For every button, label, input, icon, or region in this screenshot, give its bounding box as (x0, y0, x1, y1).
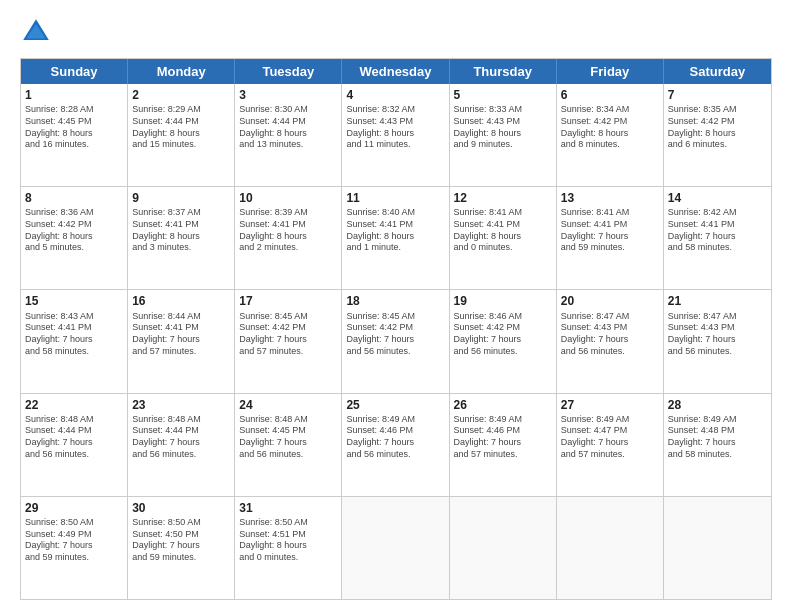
cell-line: Sunrise: 8:37 AM (132, 207, 230, 219)
calendar-row-5: 29Sunrise: 8:50 AMSunset: 4:49 PMDayligh… (21, 496, 771, 599)
cell-line: Daylight: 7 hours (561, 334, 659, 346)
day-number: 11 (346, 190, 444, 206)
calendar-row-1: 1Sunrise: 8:28 AMSunset: 4:45 PMDaylight… (21, 84, 771, 186)
cell-line: Daylight: 7 hours (132, 334, 230, 346)
cell-line: Sunset: 4:41 PM (239, 219, 337, 231)
calendar-cell: 7Sunrise: 8:35 AMSunset: 4:42 PMDaylight… (664, 84, 771, 186)
calendar-cell: 6Sunrise: 8:34 AMSunset: 4:42 PMDaylight… (557, 84, 664, 186)
cell-line: and 57 minutes. (239, 346, 337, 358)
cell-line: Sunset: 4:41 PM (132, 322, 230, 334)
calendar-row-3: 15Sunrise: 8:43 AMSunset: 4:41 PMDayligh… (21, 289, 771, 392)
cell-line: and 57 minutes. (454, 449, 552, 461)
calendar-row-4: 22Sunrise: 8:48 AMSunset: 4:44 PMDayligh… (21, 393, 771, 496)
day-number: 10 (239, 190, 337, 206)
cell-line: and 8 minutes. (561, 139, 659, 151)
cell-line: Sunset: 4:44 PM (132, 425, 230, 437)
logo-icon (20, 16, 52, 48)
day-number: 21 (668, 293, 767, 309)
cell-line: and 13 minutes. (239, 139, 337, 151)
calendar-cell: 18Sunrise: 8:45 AMSunset: 4:42 PMDayligh… (342, 290, 449, 392)
cell-line: Sunrise: 8:39 AM (239, 207, 337, 219)
cell-line: Daylight: 8 hours (239, 128, 337, 140)
day-number: 30 (132, 500, 230, 516)
calendar-row-2: 8Sunrise: 8:36 AMSunset: 4:42 PMDaylight… (21, 186, 771, 289)
cell-line: Sunset: 4:42 PM (561, 116, 659, 128)
cell-line: and 3 minutes. (132, 242, 230, 254)
cell-line: Sunrise: 8:44 AM (132, 311, 230, 323)
day-number: 1 (25, 87, 123, 103)
day-number: 3 (239, 87, 337, 103)
day-number: 27 (561, 397, 659, 413)
cell-line: and 56 minutes. (561, 346, 659, 358)
calendar-header-monday: Monday (128, 59, 235, 84)
cell-line: Sunset: 4:47 PM (561, 425, 659, 437)
day-number: 16 (132, 293, 230, 309)
cell-line: Sunrise: 8:49 AM (561, 414, 659, 426)
calendar-cell: 9Sunrise: 8:37 AMSunset: 4:41 PMDaylight… (128, 187, 235, 289)
cell-line: and 58 minutes. (668, 449, 767, 461)
day-number: 24 (239, 397, 337, 413)
calendar-cell: 19Sunrise: 8:46 AMSunset: 4:42 PMDayligh… (450, 290, 557, 392)
day-number: 25 (346, 397, 444, 413)
cell-line: Daylight: 7 hours (668, 334, 767, 346)
cell-line: Daylight: 7 hours (561, 437, 659, 449)
calendar-cell: 31Sunrise: 8:50 AMSunset: 4:51 PMDayligh… (235, 497, 342, 599)
cell-line: Sunrise: 8:41 AM (454, 207, 552, 219)
calendar-header-wednesday: Wednesday (342, 59, 449, 84)
cell-line: Daylight: 8 hours (132, 231, 230, 243)
calendar-cell: 25Sunrise: 8:49 AMSunset: 4:46 PMDayligh… (342, 394, 449, 496)
cell-line: Sunset: 4:41 PM (25, 322, 123, 334)
cell-line: Sunrise: 8:40 AM (346, 207, 444, 219)
cell-line: Daylight: 8 hours (239, 231, 337, 243)
cell-line: Daylight: 7 hours (239, 334, 337, 346)
cell-line: Sunset: 4:41 PM (454, 219, 552, 231)
day-number: 12 (454, 190, 552, 206)
header (20, 16, 772, 48)
cell-line: Daylight: 8 hours (25, 128, 123, 140)
calendar-header-saturday: Saturday (664, 59, 771, 84)
day-number: 29 (25, 500, 123, 516)
cell-line: and 59 minutes. (25, 552, 123, 564)
day-number: 8 (25, 190, 123, 206)
cell-line: Daylight: 7 hours (25, 540, 123, 552)
cell-line: Sunrise: 8:36 AM (25, 207, 123, 219)
day-number: 19 (454, 293, 552, 309)
day-number: 6 (561, 87, 659, 103)
calendar-cell: 21Sunrise: 8:47 AMSunset: 4:43 PMDayligh… (664, 290, 771, 392)
calendar-header-thursday: Thursday (450, 59, 557, 84)
cell-line: Daylight: 7 hours (346, 437, 444, 449)
calendar-cell: 13Sunrise: 8:41 AMSunset: 4:41 PMDayligh… (557, 187, 664, 289)
cell-line: Sunset: 4:42 PM (668, 116, 767, 128)
cell-line: Daylight: 8 hours (346, 231, 444, 243)
cell-line: and 57 minutes. (561, 449, 659, 461)
cell-line: Daylight: 8 hours (346, 128, 444, 140)
cell-line: and 56 minutes. (668, 346, 767, 358)
cell-line: Sunrise: 8:33 AM (454, 104, 552, 116)
cell-line: Daylight: 7 hours (25, 437, 123, 449)
day-number: 22 (25, 397, 123, 413)
calendar-cell: 14Sunrise: 8:42 AMSunset: 4:41 PMDayligh… (664, 187, 771, 289)
cell-line: Sunset: 4:43 PM (561, 322, 659, 334)
cell-line: Sunrise: 8:43 AM (25, 311, 123, 323)
calendar-cell: 2Sunrise: 8:29 AMSunset: 4:44 PMDaylight… (128, 84, 235, 186)
cell-line: Sunrise: 8:49 AM (346, 414, 444, 426)
cell-line: Daylight: 8 hours (668, 128, 767, 140)
logo (20, 16, 56, 48)
cell-line: and 9 minutes. (454, 139, 552, 151)
cell-line: Sunrise: 8:49 AM (668, 414, 767, 426)
calendar-header-friday: Friday (557, 59, 664, 84)
day-number: 15 (25, 293, 123, 309)
cell-line: and 6 minutes. (668, 139, 767, 151)
cell-line: and 16 minutes. (25, 139, 123, 151)
cell-line: Sunrise: 8:41 AM (561, 207, 659, 219)
cell-line: Sunset: 4:41 PM (132, 219, 230, 231)
cell-line: Daylight: 8 hours (454, 231, 552, 243)
cell-line: and 56 minutes. (25, 449, 123, 461)
cell-line: Sunrise: 8:42 AM (668, 207, 767, 219)
cell-line: Daylight: 7 hours (668, 437, 767, 449)
cell-line: Sunrise: 8:45 AM (239, 311, 337, 323)
cell-line: Sunset: 4:44 PM (239, 116, 337, 128)
calendar-header-tuesday: Tuesday (235, 59, 342, 84)
cell-line: Sunrise: 8:32 AM (346, 104, 444, 116)
cell-line: Sunrise: 8:47 AM (561, 311, 659, 323)
